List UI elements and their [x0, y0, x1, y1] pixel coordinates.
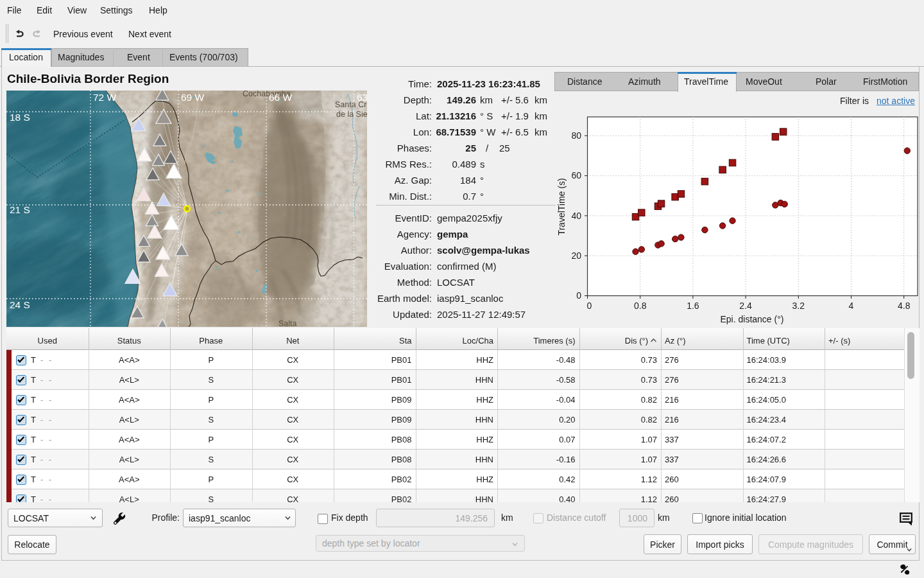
- svg-text:1.6: 1.6: [687, 301, 699, 311]
- svg-text:Salta: Salta: [278, 319, 297, 327]
- svg-text:0: 0: [587, 301, 592, 311]
- svg-text:72 W: 72 W: [93, 92, 117, 103]
- svg-text:TravelTime (s): TravelTime (s): [556, 178, 567, 235]
- svg-text:0.8: 0.8: [634, 301, 647, 311]
- svg-text:2.4: 2.4: [739, 301, 752, 311]
- svg-text:21 S: 21 S: [10, 204, 30, 215]
- svg-text:4.8: 4.8: [898, 301, 911, 311]
- svg-text:24 S: 24 S: [10, 299, 30, 310]
- svg-text:18 S: 18 S: [10, 112, 30, 123]
- svg-text:69 W: 69 W: [181, 92, 205, 103]
- svg-text:66 W: 66 W: [269, 92, 293, 103]
- svg-text:3.2: 3.2: [792, 301, 805, 311]
- svg-text:4: 4: [849, 301, 854, 311]
- svg-text:de la Sierra: de la Sierra: [336, 110, 367, 119]
- svg-text:20: 20: [571, 250, 581, 261]
- svg-text:40: 40: [571, 211, 581, 221]
- svg-text:63: 63: [357, 92, 367, 103]
- svg-text:80: 80: [571, 130, 581, 141]
- svg-text:60: 60: [571, 170, 581, 180]
- svg-text:0: 0: [576, 290, 581, 301]
- svg-text:Epi. distance (°): Epi. distance (°): [721, 314, 784, 324]
